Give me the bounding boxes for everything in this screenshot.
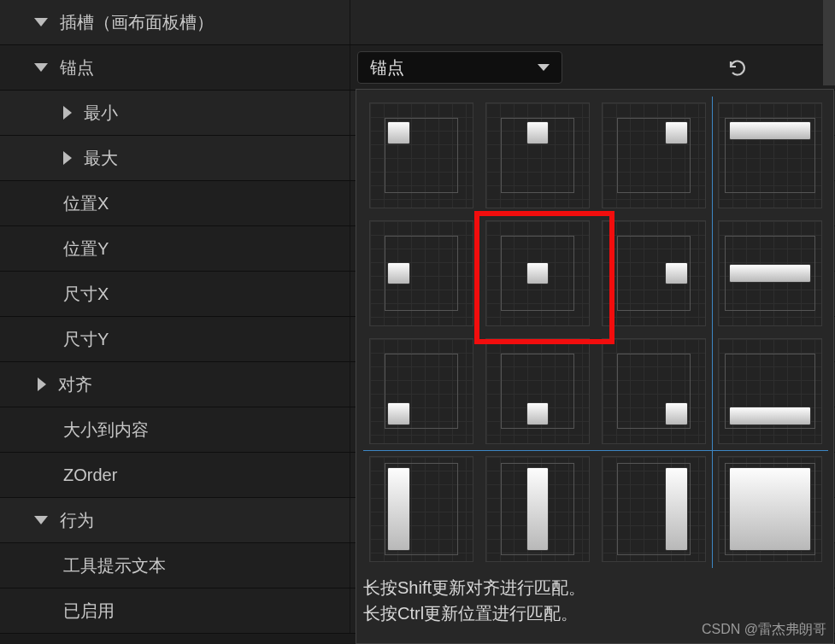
anchor-preset[interactable]: [479, 450, 596, 568]
anchor-dropdown[interactable]: 锚点: [357, 51, 562, 84]
sizex-label: 尺寸X: [63, 283, 109, 306]
anchor-preset[interactable]: [363, 332, 479, 450]
anchor-preset[interactable]: [712, 450, 828, 568]
chevron-down-icon[interactable]: [34, 63, 48, 72]
zorder-label: ZOrder: [63, 465, 117, 485]
chevron-down-icon[interactable]: [34, 516, 48, 524]
anchor-dropdown-label: 锚点: [370, 56, 404, 79]
anchor-preset[interactable]: [712, 332, 828, 450]
chevron-down-icon: [538, 64, 550, 71]
chevron-right-icon[interactable]: [63, 151, 72, 165]
anchor-preset[interactable]: [479, 332, 596, 450]
picker-hint: 长按Shift更新对齐进行匹配。: [363, 575, 826, 600]
watermark: CSDN @雷杰弗朗哥: [702, 621, 826, 639]
anchor-label: 锚点: [60, 56, 94, 79]
anchor-picker-popup: 长按Shift更新对齐进行匹配。 长按Ctrl更新位置进行匹配。: [356, 89, 834, 644]
behavior-label: 行为: [60, 509, 94, 532]
posy-label: 位置Y: [63, 237, 109, 261]
grid-divider: [363, 450, 828, 451]
anchor-preset[interactable]: [479, 214, 596, 332]
chevron-right-icon[interactable]: [38, 378, 46, 391]
anchor-preset[interactable]: [712, 214, 828, 332]
anchor-preset[interactable]: [596, 332, 712, 450]
grid-divider: [712, 97, 713, 568]
sizey-label: 尺寸Y: [63, 328, 109, 351]
chevron-down-icon[interactable]: [34, 18, 48, 26]
align-label: 对齐: [58, 373, 92, 396]
anchor-preset[interactable]: [479, 97, 596, 214]
enabled-label: 已启用: [63, 600, 115, 623]
tooltip-text-label: 工具提示文本: [63, 554, 166, 577]
size-to-content-label: 大小到内容: [63, 419, 149, 442]
anchor-preset[interactable]: [363, 450, 479, 568]
anchor-preset[interactable]: [596, 214, 712, 332]
anchor-preset[interactable]: [363, 97, 479, 214]
min-label: 最小: [84, 102, 118, 125]
posx-label: 位置X: [63, 192, 109, 215]
scrollbar[interactable]: [823, 0, 835, 85]
max-label: 最大: [84, 147, 118, 170]
slot-header: 插槽（画布面板槽）: [60, 11, 214, 34]
anchor-preset[interactable]: [712, 97, 828, 214]
anchor-preset[interactable]: [363, 214, 479, 332]
reset-icon[interactable]: [726, 58, 750, 79]
anchor-preset[interactable]: [596, 97, 712, 214]
chevron-right-icon[interactable]: [63, 106, 72, 120]
anchor-preset[interactable]: [596, 450, 712, 568]
